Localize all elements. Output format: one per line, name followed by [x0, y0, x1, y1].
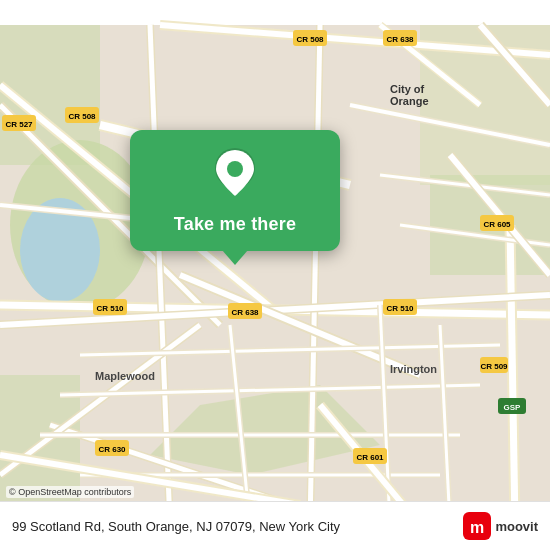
svg-point-95: [227, 161, 243, 177]
svg-text:CR 508: CR 508: [68, 112, 96, 121]
map-background: CR 638 CR 508 CR 527 CR 508 CR 527 CR 51…: [0, 0, 550, 550]
svg-text:CR 510: CR 510: [386, 304, 414, 313]
svg-text:CR 510: CR 510: [96, 304, 124, 313]
svg-text:CR 638: CR 638: [386, 35, 414, 44]
take-me-there-button[interactable]: Take me there: [174, 214, 296, 235]
svg-text:CR 527: CR 527: [5, 120, 33, 129]
svg-text:m: m: [470, 519, 484, 536]
map-container: CR 638 CR 508 CR 527 CR 508 CR 527 CR 51…: [0, 0, 550, 550]
svg-text:Orange: Orange: [390, 95, 429, 107]
location-pin-icon: [213, 148, 257, 200]
svg-text:CR 605: CR 605: [483, 220, 511, 229]
moovit-logo: m moovit: [463, 512, 538, 540]
svg-text:CR 601: CR 601: [356, 453, 384, 462]
svg-text:CR 630: CR 630: [98, 445, 126, 454]
svg-text:Maplewood: Maplewood: [95, 370, 155, 382]
pin-icon-wrapper: [213, 148, 257, 204]
svg-text:CR 638: CR 638: [231, 308, 259, 317]
popup-card: Take me there: [130, 130, 340, 251]
svg-text:Irvington: Irvington: [390, 363, 437, 375]
osm-attribution: © OpenStreetMap contributors: [6, 486, 134, 498]
svg-text:CR 509: CR 509: [480, 362, 508, 371]
svg-line-27: [510, 225, 515, 525]
svg-text:CR 508: CR 508: [296, 35, 324, 44]
svg-text:GSP: GSP: [504, 403, 522, 412]
info-bar: 99 Scotland Rd, South Orange, NJ 07079, …: [0, 501, 550, 550]
moovit-icon: m: [463, 512, 491, 540]
svg-text:City of: City of: [390, 83, 425, 95]
moovit-label: moovit: [495, 519, 538, 534]
address-text: 99 Scotland Rd, South Orange, NJ 07079, …: [12, 519, 463, 534]
